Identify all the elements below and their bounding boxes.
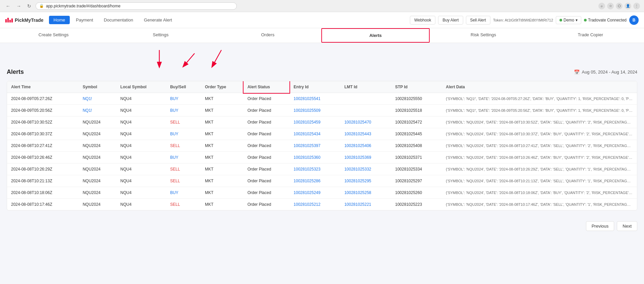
cell-alert-time: 2024-08-09T05:20:56Z <box>7 105 78 116</box>
date-range-text: Aug 05, 2024 - Aug 14, 2024 <box>582 69 637 75</box>
cell-order-type: MKT <box>201 175 244 187</box>
section-alerts[interactable]: Alerts <box>321 28 430 43</box>
profile-icon[interactable]: 👤 <box>625 3 631 9</box>
section-orders[interactable]: Orders <box>214 28 321 43</box>
buy-alert-button[interactable]: Buy Alert <box>438 16 463 25</box>
cell-alert-status: Order Placed <box>244 140 290 152</box>
cell-stp-id: 100281025297 <box>391 175 442 187</box>
nav-home[interactable]: Home <box>49 16 70 24</box>
cell-stp-id: 100281025371 <box>391 152 442 163</box>
cell-symbol[interactable]: NQU2024 <box>78 140 116 152</box>
cell-local-symbol: NQU4 <box>116 128 166 140</box>
nav-payment[interactable]: Payment <box>71 16 98 24</box>
demo-dot <box>559 19 562 21</box>
table-row: 2024-08-08T10:30:52Z NQU2024 NQU4 SELL M… <box>7 116 637 128</box>
cell-alert-status: Order Placed <box>244 128 290 140</box>
arrows-svg <box>7 48 637 68</box>
table-row: 2024-08-08T10:26:46Z NQU2024 NQU4 BUY MK… <box>7 152 637 163</box>
user-avatar[interactable]: B <box>629 15 639 25</box>
cell-buy-sell: BUY <box>166 93 201 105</box>
cell-stp-id: 100281025408 <box>391 140 442 152</box>
cell-entry-id[interactable]: 100281025286 <box>289 175 340 187</box>
cell-entry-id[interactable]: 100281025249 <box>289 187 340 199</box>
cell-lmt-id[interactable]: 100281025332 <box>340 163 391 175</box>
refresh-button[interactable]: ↻ <box>25 3 33 9</box>
cell-local-symbol: NQU4 <box>116 105 166 116</box>
cell-symbol[interactable]: NQ1! <box>78 105 116 116</box>
cell-lmt-id[interactable]: 100281025443 <box>340 128 391 140</box>
cell-alert-time: 2024-08-08T10:26:29Z <box>7 163 78 175</box>
col-lmt-id: LMT Id <box>340 81 391 93</box>
cell-symbol[interactable]: NQU2024 <box>78 152 116 163</box>
cell-order-type: MKT <box>201 199 244 210</box>
cell-entry-id[interactable]: 100281025360 <box>289 152 340 163</box>
section-navigation: Create Settings Settings Orders Alerts R… <box>0 28 644 43</box>
cell-symbol[interactable]: NQU2024 <box>78 187 116 199</box>
cell-lmt-id[interactable] <box>340 93 391 105</box>
token-text: Token: At1tGt9tTt8tWtEt8tYtMtRt712 <box>493 18 553 22</box>
cell-entry-id[interactable]: 100281025541 <box>289 93 340 105</box>
page-header: Alerts 📅 Aug 05, 2024 - Aug 14, 2024 <box>7 68 637 76</box>
cell-entry-id[interactable]: 100281025509 <box>289 105 340 116</box>
back-button[interactable]: ← <box>4 3 12 9</box>
cell-stp-id: 100281025472 <box>391 116 442 128</box>
cell-symbol[interactable]: NQU2024 <box>78 199 116 210</box>
demo-badge[interactable]: Demo ▾ <box>556 16 581 24</box>
cell-entry-id[interactable]: 100281025459 <box>289 116 340 128</box>
cell-lmt-id[interactable]: 100281025406 <box>340 140 391 152</box>
cell-entry-id[interactable]: 100281025212 <box>289 199 340 210</box>
cell-entry-id[interactable]: 100281025434 <box>289 128 340 140</box>
cell-buy-sell: BUY <box>166 187 201 199</box>
section-trade-copier[interactable]: Trade Copier <box>537 28 644 43</box>
cell-lmt-id[interactable]: 100281025369 <box>340 152 391 163</box>
star-icon[interactable]: ☆ <box>607 3 614 9</box>
sell-alert-button[interactable]: Sell Alert <box>466 16 490 25</box>
col-buy-sell: Buy/Sell <box>166 81 201 93</box>
cell-symbol[interactable]: NQ1! <box>78 93 116 105</box>
nav-documentation[interactable]: Documentation <box>99 16 138 24</box>
col-order-type: Order Type <box>201 81 244 93</box>
section-settings[interactable]: Settings <box>107 28 214 43</box>
svg-line-2 <box>184 53 195 65</box>
col-local-symbol: Local Symbol <box>116 81 166 93</box>
cell-alert-data: {'SYMBOL': 'NQU2024', 'DATE': '2024-08-0… <box>442 128 637 140</box>
table-row: 2024-08-09T05:20:56Z NQ1! NQU4 BUY MKT O… <box>7 105 637 116</box>
cell-symbol[interactable]: NQU2024 <box>78 175 116 187</box>
cell-entry-id[interactable]: 100281025397 <box>289 140 340 152</box>
cell-alert-data: {'SYMBOL': 'NQU2024', 'DATE': '2024-08-0… <box>442 163 637 175</box>
table-row: 2024-08-08T10:18:06Z NQU2024 NQU4 BUY MK… <box>7 187 637 199</box>
cell-entry-id[interactable]: 100281025323 <box>289 163 340 175</box>
browser-bar: ← → ↻ 🔒 app.pickmytrade.trade/#/dashboar… <box>0 0 644 12</box>
section-create-settings[interactable]: Create Settings <box>0 28 107 43</box>
cell-symbol[interactable]: NQU2024 <box>78 116 116 128</box>
forward-button[interactable]: → <box>15 3 23 9</box>
cell-order-type: MKT <box>201 128 244 140</box>
date-range: 📅 Aug 05, 2024 - Aug 14, 2024 <box>574 69 637 75</box>
nav-generate-alert[interactable]: Generate Alert <box>139 16 177 24</box>
cell-buy-sell: SELL <box>166 116 201 128</box>
cell-local-symbol: NQU4 <box>116 93 166 105</box>
cell-symbol[interactable]: NQU2024 <box>78 128 116 140</box>
webhook-button[interactable]: Webhook <box>410 16 435 25</box>
cell-symbol[interactable]: NQU2024 <box>78 163 116 175</box>
section-risk-settings[interactable]: Risk Settings <box>430 28 537 43</box>
cell-stp-id: 100281025334 <box>391 163 442 175</box>
cell-buy-sell: BUY <box>166 105 201 116</box>
cell-lmt-id[interactable]: 100281025295 <box>340 175 391 187</box>
extensions-icon[interactable]: ⬡ <box>616 3 623 9</box>
previous-button[interactable]: Previous <box>586 221 614 231</box>
cell-lmt-id[interactable] <box>340 105 391 116</box>
cell-order-type: MKT <box>201 93 244 105</box>
logo-bar-3 <box>9 20 11 22</box>
next-button[interactable]: Next <box>617 221 637 231</box>
page-title: Alerts <box>7 68 24 76</box>
cell-lmt-id[interactable]: 100281025221 <box>340 199 391 210</box>
cell-lmt-id[interactable]: 100281025258 <box>340 187 391 199</box>
cell-lmt-id[interactable]: 100281025470 <box>340 116 391 128</box>
search-icon[interactable]: ⌕ <box>598 3 605 9</box>
cell-stp-id: 100281025550 <box>391 93 442 105</box>
url-bar[interactable]: 🔒 app.pickmytrade.trade/#/dashboard/home <box>36 2 237 10</box>
menu-icon[interactable]: ⋮ <box>633 3 640 9</box>
logo-bar-4 <box>11 18 13 22</box>
col-stp-id: STP Id <box>391 81 442 93</box>
